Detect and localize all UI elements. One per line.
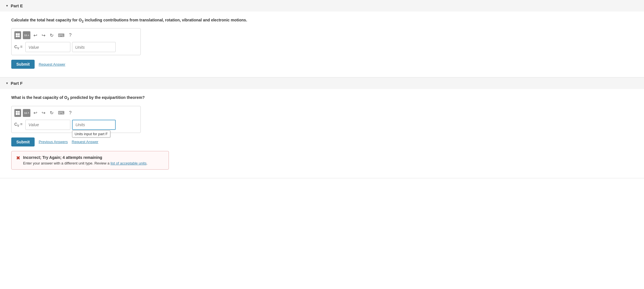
part-e-format-btn2[interactable]: 11 A [23, 31, 30, 39]
part-f-toolbar: 11 A ↩ ↪ ↻ ⌨ ? [14, 109, 138, 117]
feedback-error-icon: ✖ [16, 155, 20, 161]
part-f-chevron: ▼ [6, 82, 8, 85]
feedback-body: Enter your answer with a different unit … [23, 161, 147, 166]
part-f-request-answer-btn[interactable]: Request Answer [72, 140, 99, 144]
part-e-format-btn1[interactable] [14, 31, 21, 39]
grid-icon-f [16, 111, 20, 115]
subscript-icon: 11 [24, 34, 27, 37]
part-e-toolbar: 11 A ↩ ↪ ↻ ⌨ ? [14, 31, 138, 39]
part-e-help-btn[interactable]: ? [68, 32, 73, 38]
part-e-redo-btn[interactable]: ↪ [40, 32, 47, 39]
part-e-keyboard-btn[interactable]: ⌨ [57, 32, 66, 39]
part-e-refresh-btn[interactable]: ↻ [48, 32, 55, 39]
part-e-units-input[interactable] [72, 42, 116, 52]
part-f-question: What is the heat capacity of O2 predicte… [11, 95, 633, 101]
part-e-submit-btn[interactable]: Submit [11, 60, 35, 69]
grid-icon [16, 33, 20, 37]
subscript-a-icon-f: A [28, 112, 29, 114]
part-f-format-btn1[interactable] [14, 109, 21, 117]
part-f-value-input[interactable] [25, 120, 70, 130]
part-f-format-btn2[interactable]: 11 A [23, 109, 30, 117]
part-f-previous-answers-btn[interactable]: Previous Answers [39, 140, 68, 144]
part-f-answer-box: 11 A ↩ ↪ ↻ ⌨ ? CV = Units input for part… [11, 106, 141, 133]
part-f-keyboard-btn[interactable]: ⌨ [57, 110, 66, 116]
part-e-content: Calculate the total heat capacity for O2… [0, 12, 644, 77]
part-e-chevron: ▼ [6, 4, 8, 7]
part-e-header[interactable]: ▼ Part E [0, 0, 644, 12]
part-e-actions: Submit Request Answer [11, 60, 633, 69]
part-f-submit-btn[interactable]: Submit [11, 137, 35, 146]
part-e-value-input[interactable] [25, 42, 70, 52]
part-f-refresh-btn[interactable]: ↻ [48, 110, 55, 116]
part-f-header[interactable]: ▼ Part F [0, 77, 644, 89]
part-f-help-btn[interactable]: ? [68, 110, 73, 116]
part-f-feedback-box: ✖ Incorrect; Try Again; 4 attempts remai… [11, 151, 169, 170]
part-f-content: What is the heat capacity of O2 predicte… [0, 89, 644, 178]
part-e-answer-box: 11 A ↩ ↪ ↻ ⌨ ? CV = [11, 28, 141, 55]
part-f-input-row: CV = Units input for part F [14, 120, 138, 130]
part-f-units-input[interactable] [72, 120, 116, 130]
part-f-undo-btn[interactable]: ↩ [32, 110, 39, 116]
part-e-cv-label: CV = [14, 45, 23, 50]
part-e-request-answer-btn[interactable]: Request Answer [39, 62, 65, 66]
subscript-a-icon: A [28, 34, 29, 37]
part-f-label: Part F [11, 81, 23, 86]
part-e-label: Part E [11, 3, 23, 8]
part-e-question: Calculate the total heat capacity for O2… [11, 17, 633, 24]
feedback-text: Incorrect; Try Again; 4 attempts remaini… [23, 155, 147, 166]
feedback-title: Incorrect; Try Again; 4 attempts remaini… [23, 155, 147, 161]
part-f-redo-btn[interactable]: ↪ [40, 110, 47, 116]
part-e-input-row: CV = [14, 42, 138, 52]
part-f-section: ▼ Part F What is the heat capacity of O2… [0, 77, 644, 178]
subscript-icon-f: 11 [24, 112, 27, 114]
part-f-cv-label: CV = [14, 122, 23, 127]
part-e-undo-btn[interactable]: ↩ [32, 32, 39, 39]
part-f-units-tooltip-box: Units input for part F [72, 120, 116, 130]
feedback-link[interactable]: list of acceptable units [110, 161, 146, 165]
part-f-actions: Submit Previous Answers Request Answer [11, 137, 633, 146]
part-f-units-tooltip: Units input for part F [72, 130, 110, 137]
part-e-section: ▼ Part E Calculate the total heat capaci… [0, 0, 644, 77]
